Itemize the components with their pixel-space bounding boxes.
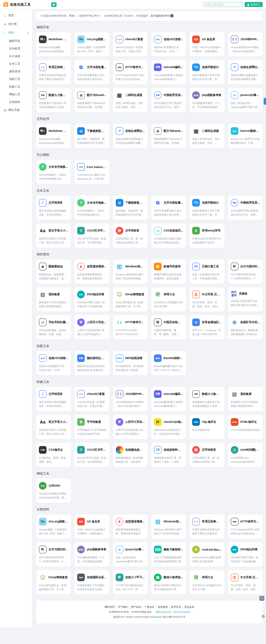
tool-card-ascii_art[interactable]: TASCII艺术字...ASCII艺术字生成是一款在线工具，专为将普通文... (74, 224, 109, 248)
tool-card-color_convert[interactable]: 在线颜色值转换颜色值转换是一款在线颜色转换工具，为您提供... (113, 443, 148, 467)
tool-card-zipcode[interactable]: 邮邮编号码查询邮编查询网为您提供在线邮编查询，提供全国最... (151, 259, 186, 284)
tool-card-ascii_art[interactable]: TASCII艺术字...ASCII艺术字生成是一款在线工具，专为将普通文... (74, 443, 109, 467)
tool-card-random_pw[interactable]: PW随机密码生成器随机密码生成器为您提供随机密码生成,使用内置... (74, 351, 109, 375)
sidebar-subitem[interactable]: 文档资料 (0, 98, 32, 106)
tool-card-css_format[interactable]: CSSCSS格式化Css格式化、整理、压缩、混淆、美化... (36, 443, 71, 467)
tool-card-cn_dict[interactable]: 汉中文字典 汉字...含汉字拼音、部首、笔画、组词、组句、笔划... (228, 570, 263, 595)
sidebar-subitem[interactable]: 文件处理 (0, 45, 32, 52)
menu-toggle-button[interactable] (51, 2, 57, 7)
tool-card-qrcode[interactable]: ▦二维码生成器在线二维码生成器，支持自定义颜色、背景、... (113, 88, 148, 112)
tool-card-dns_list[interactable]: DNSDNS地址列表DNS地址列表工具是一款可提供多个域名解析服... (74, 287, 109, 312)
tool-card-rmb_upper[interactable]: ¥人民币大写在...人民币大写在线转换工具(输入人民币金额的小... (113, 415, 148, 439)
tool-card-regex[interactable]: (.*)常用正则表达式常用正则表达式列表为您收集了网址正则表达式... (36, 60, 71, 84)
tool-card-http_b[interactable]: [ ]HTTP请求方...HTTP请求方法对照表,HTTP REQUEST... (113, 315, 148, 339)
sidebar-subitem[interactable]: 办公辅助 (0, 52, 32, 60)
tool-card-js_events[interactable]: JSjavascript事...这是一款综合性的JavaScript事件列表工具… (228, 88, 263, 112)
tool-card-keyboard_mouse[interactable]: ⌨键盘与鼠标按...汇总了常用电脑键盘快捷键与鼠标按键说明的工具 (151, 542, 186, 567)
tool-card-unicode[interactable]: UNUnicode编码...Unicode编码转换工具提供Unicode编码转换… (151, 387, 186, 411)
tool-card-dns_list[interactable]: DNSDNS地址列表DNS地址列表工具是一款可提供多个域名解析服... (228, 542, 263, 567)
tool-card-blood_type[interactable]: A血型遗传规律...血型遗传规律表根据父亲、母亲的血型和血型... (113, 514, 148, 539)
app-logo[interactable]: 创途在线工具 (3, 2, 32, 7)
tool-card-http_a[interactable]: URIHTTP请求方...HTTP Request请求方法对照表大全为您提供ht… (113, 60, 148, 84)
footer-link[interactable]: 用户协议 (131, 605, 141, 608)
sidebar-subitem[interactable]: 文本工具 (0, 60, 32, 68)
tool-card-wordcount[interactable]: T≡在线字数统计在线字数查询工具可方便的统计出字符个数、并... (190, 60, 224, 84)
tool-card-area_convert[interactable]: ▨面积换算面积换算工具可以帮助你快速计算图形的面积，... (228, 387, 263, 411)
tool-card-blood_type[interactable]: A血型遗传规律...血型遗传规律表根据父亲、母亲的血型和血型... (74, 259, 109, 284)
tool-card-regex[interactable]: (.*)常用正则表达式常用正则表达式列表为您收集了网址正则表达式... (190, 514, 224, 539)
tool-card-unix_ts[interactable]: ◷Unix时间戳(U...Unix时间戳(Unix timestamp)格式转换… (228, 443, 263, 467)
tool-card-markdown[interactable]: M↓Markdown 在...Markdown在线编辑器,Markdown在线预… (36, 32, 71, 56)
tool-card-url_shortcut[interactable]: ↗在线生成网址...在线生成网址桌面快捷方式为您提供将网址创建... (113, 124, 148, 148)
tool-card-chmod[interactable]: </>chmod计算器chmod计算器是一款免费在线工具，可通过可视... (113, 32, 148, 56)
member-center-button[interactable]: 会员中心 (245, 2, 263, 7)
tool-card-radix_convert[interactable]: 10在线进制转换器进制转换器在线工具，快速进行二进制、八进制... (151, 443, 186, 467)
tool-card-win_shortcut[interactable]: ⊞Windows快...Windows 操作系统为用户提供了丰富多样的快捷... (113, 259, 148, 284)
tool-card-sql_format[interactable]: SQLSQL格式化SQL在线格式化 (190, 415, 224, 439)
tool-card-datasize[interactable]: DB数据大小换算器在线数据大小换算器工具为您提供数据大小在线... (190, 387, 224, 411)
sidebar-item-ranking[interactable]: ♔排行榜› (0, 20, 32, 29)
tool-card-aes[interactable]: AES在线AES加密...在线AES加密解密工具，可支持CBC、ECB、... (151, 32, 186, 56)
footer-link[interactable]: 友情链接 (158, 605, 168, 608)
tool-card-favicon[interactable]: icofavicon图标...favicon.ico一般用于作为缩略的网站标志，… (228, 124, 263, 148)
footer-link[interactable]: 程序开发 (171, 605, 181, 608)
tool-card-fontawesome[interactable]: ICOFont Aweso...Font Awesome 图标 Font Awe… (74, 160, 109, 184)
tool-card-cn_dict[interactable]: 汉中文字典 汉字...含汉字拼音、部首、笔画、组词、组句、笔划... (190, 287, 224, 312)
tool-card-php_ref[interactable]: phpphp函数参考表PHP函数参考表是一个工具，可以帮助您快速查... (74, 542, 109, 567)
sidebar-subitem[interactable]: 便民查询 (0, 68, 32, 75)
tool-card-golang[interactable]: GoGoLang函数...Golang 函数 / 方法参考手册 HTML 代码，… (36, 514, 71, 539)
qq-contact[interactable]: QQ:316430983 (173, 610, 190, 613)
tool-card-wordcount[interactable]: T≡在线字数统计在线字数查询工具可方便的统计出字符个数、并... (190, 196, 224, 220)
feedback-side-tab[interactable] (264, 98, 266, 105)
tool-card-markdown[interactable]: M↓Markdown 在...Markdown在线编辑器,Markdown在线预… (36, 124, 71, 148)
sidebar-subitem[interactable]: 网络工具 (0, 91, 32, 98)
tool-card-aes[interactable]: AES在线AES加密...在线AES加密解密工具，可支持CBC、ECB、... (36, 351, 71, 375)
sidebar-subitem[interactable]: 编程开发 (0, 37, 32, 45)
tool-card-git[interactable]: GitGit 备忘录Git是一种去中心化的版本管理软件。使用此备忘... (190, 32, 224, 56)
tool-card-js_format[interactable]: JSJavaScript格...在线JavaScript格式化工具，为您提供JS… (151, 415, 186, 439)
search-input[interactable] (203, 2, 243, 7)
tool-card-json2php[interactable]: { }JSON转PHP...Json在线转换为PHP数组（把Json生成标准的P… (113, 387, 148, 411)
tool-card-world_currency[interactable]: ¤世界各国地区...货币 CCY（Currency）本质上是一种所有者与市... (190, 315, 224, 339)
tool-card-css_fmt_tool[interactable]: cssCSS在线格式...CSS格式化工具能方便的把CSS代码格式化成容... (151, 224, 186, 248)
tool-card-android_manifest[interactable]: AAndroid Man...Android Manifest配置参考手册工具,… (190, 542, 224, 567)
tool-card-unicode[interactable]: UNUnicode编码...Unicode编码转换工具提供Unicode编码转换… (151, 60, 186, 84)
tool-card-country_code[interactable]: ⊕各国区号代码...国际电话区号，即国际电信联盟根据E.164标准分... (228, 315, 263, 339)
tool-card-poetry[interactable]: 诗诗词大全古诗词大全,诗词鉴赏,古诗名句,诗句赏 (151, 287, 186, 312)
settings-gear-button[interactable]: ⚙ (261, 614, 265, 619)
tool-card-cn_programmer[interactable]: EN中国程序员容...专为中国程序员打造的英语发音纠正平台，收录... (228, 196, 263, 220)
tool-card-dl_extract[interactable]: ▤下载链接提取器磁力链接、迅雷链接、电驴链接和BT种子文件链... (74, 124, 109, 148)
tool-card-date_calc[interactable]: 31日期计算工具这是一款实用的日期计算工具，可快速推算目标... (190, 259, 224, 284)
tool-card-win_shortcut[interactable]: ⊞Windows快...Windows 操作系统为用户提供了丰富多样的快捷... (151, 514, 186, 539)
tool-card-wechat_mini[interactable]: 微微信小程序组...微信小程序的常用组件分类与功能描述的工具 (151, 570, 186, 595)
tool-card-eye_jump[interactable]: ◉眼跳测吉凶眼跳测吉凶：眼跳预测，左眼跳财右眼跳灾，是... (36, 259, 71, 284)
tool-card-img_base64[interactable]: ▣图片与Base6...快速实现图片与Base64之间的互转功能，支持图... (74, 88, 109, 112)
tool-card-http_a[interactable]: URIHTTP请求方...HTTP Request请求方法对照表大全为您提供ht… (228, 514, 263, 539)
back-to-top-button[interactable]: ↑ (259, 596, 264, 601)
tool-card-dl_extract[interactable]: ▤下载链接提取器磁力链接、迅雷链接、电驴链接和BT种子文件链... (113, 196, 148, 220)
tool-card-tts[interactable]: ♪文字转语音将文本转换为自然流畅的语音，支持多种语言，... (36, 196, 71, 220)
tool-card-md5[interactable]: MD5MD5在线加密MD5在线加密：MD5的典型应用是对一段信息... (113, 351, 148, 375)
tool-card-area_convert[interactable]: ▨面积换算面积换算工具可以帮助你快速计算图形的面积，... (36, 287, 71, 312)
tool-card-php_ref[interactable]: phpphp函数参考表PHP函数参考表是一个工具，可以帮助您快速查... (190, 88, 224, 112)
sidebar-item-sitenav[interactable]: ⊡网址导航› (0, 106, 32, 115)
tool-card-rmb_upper[interactable]: ¥人民币大写在...人民币大写在线转换工具(输入人民币金额的小... (74, 315, 109, 339)
tool-card-public_dns[interactable]: DNS公共DNS本站提供中国国内常用的公共DNS地址列表，更... (36, 479, 71, 503)
tool-card-tts[interactable]: ♪文字转语音将文本转换为自然流畅的语音，支持多种语言，... (36, 387, 71, 411)
tool-card-text_replace[interactable]: ⧉文字内容批量...文字内容批量替换工具为您提供实现任意内容快... (74, 60, 109, 84)
tool-card-ancient_time[interactable]: 时古代与现代时...古代与现代时间对照表，十二时辰对照查询，十... (228, 259, 263, 284)
tool-card-qrcode[interactable]: ▦二维码生成器在线二维码生成器，支持自定义颜色、背景、... (190, 124, 224, 148)
tool-card-url_shortcut[interactable]: ↗在线生成网址...在线生成网址桌面快捷方式为您提供将网址创建... (228, 60, 263, 84)
tool-card-golang[interactable]: GoGoLang函数...Golang 函数 / 方法参考手册 HTML 代码，… (74, 32, 109, 56)
footer-link[interactable]: 网站首页 (105, 605, 115, 608)
sidebar-item-category[interactable]: ∷类别∨ (0, 29, 32, 37)
tool-card-dynasty[interactable]: 朝中国历史朝代表中国朝代顺序表：夏、商、周【西周、东周（... (151, 315, 186, 339)
tool-card-emoji_lookup[interactable]: ☺Emoji表情速查Emoji 表情速查 是一款便捷实用的工具。它汇集... (36, 570, 71, 595)
wechat-contact[interactable]: 微信:yvsm316 (156, 610, 171, 613)
tool-card-trim_text[interactable]: T文本去空格换...文本去空格换行，去除文本中的空格和换行符，... (74, 196, 109, 220)
tool-card-sixty_jiazi[interactable]: 甲在线六十甲子...六十甲子是中国传统的纪年法，由十天干（甲、... (113, 570, 148, 595)
tool-card-i18n_lang[interactable]: lan在线国际化语...本速查表展示了常见国际化语言的英语及当地语... (74, 570, 109, 595)
tool-card-git[interactable]: GitGit 备忘录Git是一种去中心化的版本管理软件。使用此备忘... (74, 514, 109, 539)
tool-card-poetry[interactable]: 诗诗词大全古诗词大全,诗词鉴赏,古诗名句,诗句赏 (190, 570, 224, 595)
tool-card-img_base64[interactable]: ▣图片与Base6...快速实现图片与Base64之间的互转功能，支持图... (151, 124, 186, 148)
